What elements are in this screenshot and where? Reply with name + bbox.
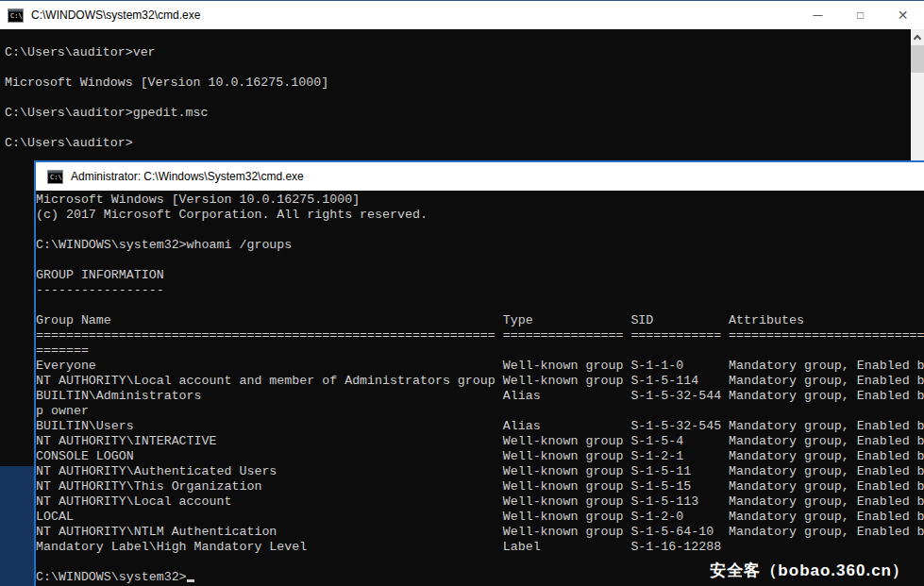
terminal-line: GROUP INFORMATION: [36, 268, 924, 283]
terminal-line: [5, 60, 911, 75]
terminal-line: BUILTIN\Users Alias S-1-5-32-545 Mandato…: [36, 419, 924, 434]
terminal-line: [36, 298, 924, 313]
cmd-icon-glyph: C:\.: [48, 174, 62, 182]
text-cursor: [187, 571, 194, 582]
terminal-line: NT AUTHORITY\NTLM Authentication Well-kn…: [36, 525, 924, 540]
minimize-button[interactable]: ─: [797, 1, 839, 29]
terminal-line: NT AUTHORITY\Local account and member of…: [36, 374, 924, 389]
terminal-line: LOCAL Well-known group S-1-2-0 Mandatory…: [36, 510, 924, 525]
terminal-line: ========================================…: [36, 328, 924, 343]
cmd-icon[interactable]: C:\.: [8, 8, 24, 23]
terminal-line: Microsoft Windows [Version 10.0.16275.10…: [5, 75, 911, 91]
terminal-line: Group Name Type SID Attributes: [36, 313, 924, 328]
chevron-up-icon: [914, 34, 921, 42]
terminal-line: =======: [36, 343, 924, 359]
admin-window-title: Administrator: C:\Windows\System32\cmd.e…: [71, 170, 304, 183]
cmd-icon-glyph: C:\.: [8, 12, 23, 21]
close-button[interactable]: ✕: [882, 1, 924, 29]
cmd-icon[interactable]: C:\.: [47, 170, 63, 184]
scrollbar-up-arrow-icon[interactable]: [911, 29, 924, 44]
background-window-titlebar[interactable]: C:\. C:\WINDOWS\system32\cmd.exe ─ □ ✕: [0, 1, 924, 29]
terminal-line: Mandatory Label\High Mandatory Level Lab…: [36, 540, 924, 555]
terminal-line: NT AUTHORITY\Authenticated Users Well-kn…: [36, 464, 924, 479]
admin-terminal-output[interactable]: Microsoft Windows [Version 10.0.16275.10…: [36, 191, 924, 586]
terminal-line: Everyone Well-known group S-1-1-0 Mandat…: [36, 359, 924, 374]
terminal-line: NT AUTHORITY\INTERACTIVE Well-known grou…: [36, 434, 924, 449]
scrollbar-thumb[interactable]: [911, 45, 924, 73]
terminal-line: [36, 223, 924, 238]
maximize-button[interactable]: □: [839, 1, 882, 29]
terminal-line: [5, 121, 911, 136]
admin-cmd-window: C:\. Administrator: C:\Windows\System32\…: [34, 160, 924, 586]
terminal-line: (c) 2017 Microsoft Corporation. All righ…: [36, 208, 924, 223]
terminal-line: p owner: [36, 404, 924, 419]
terminal-line: CONSOLE LOGON Well-known group S-1-2-1 M…: [36, 449, 924, 464]
terminal-line: Microsoft Windows [Version 10.0.16275.10…: [36, 193, 924, 208]
terminal-line: C:\WINDOWS\system32>whoami /groups: [36, 238, 924, 253]
window-controls: ─ □ ✕: [797, 1, 924, 29]
admin-window-titlebar[interactable]: C:\. Administrator: C:\Windows\System32\…: [36, 162, 924, 191]
watermark: 安全客（bobao.360.cn）: [710, 560, 909, 581]
terminal-line: NT AUTHORITY\Local account Well-known gr…: [36, 494, 924, 510]
terminal-line: [36, 253, 924, 268]
terminal-line: C:\Users\auditor>ver: [5, 45, 911, 60]
terminal-line: NT AUTHORITY\This Organization Well-know…: [36, 479, 924, 494]
terminal-line: C:\Users\auditor>gpedit.msc: [5, 106, 911, 121]
terminal-line: C:\Users\auditor>: [5, 136, 911, 151]
terminal-line: BUILTIN\Administrators Alias S-1-5-32-54…: [36, 389, 924, 404]
background-window-title: C:\WINDOWS\system32\cmd.exe: [31, 8, 200, 22]
terminal-line: [5, 91, 911, 106]
terminal-line: -----------------: [36, 283, 924, 298]
